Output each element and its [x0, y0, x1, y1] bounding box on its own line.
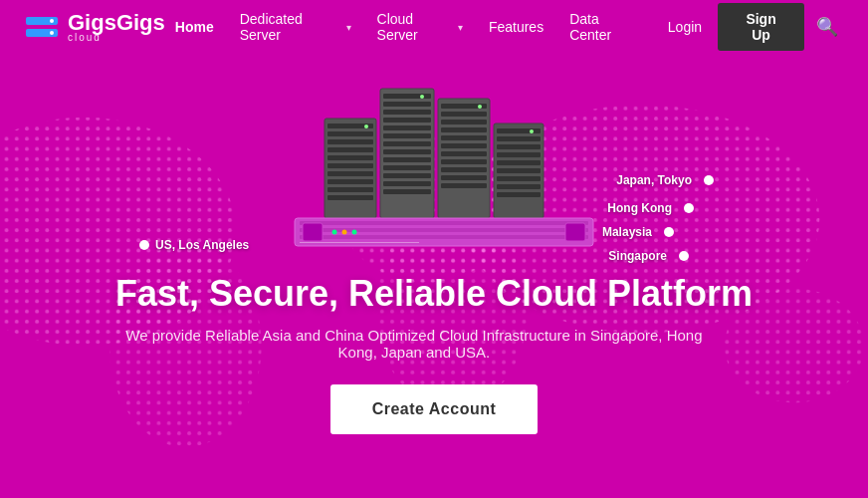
nav-links: Home Dedicated Server ▾ Cloud Server ▾ F… [165, 3, 844, 51]
location-dot-marker [664, 227, 674, 237]
chevron-down-icon: ▾ [458, 22, 463, 33]
hero-title: Fast, Secure, Reliable Cloud Platform [115, 273, 753, 315]
logo-icon [24, 9, 60, 45]
logo-cloud-text: cloud [68, 32, 165, 43]
hero-subtitle: We provide Reliable Asia and China Optim… [115, 327, 713, 361]
location-malaysia: Malaysia [602, 225, 674, 239]
location-dot-marker [679, 251, 689, 261]
hero-section: US, Los Angeles Japan, Tokyo Hong Kong M… [0, 54, 868, 498]
location-malaysia-label: Malaysia [602, 225, 652, 239]
location-japan-label: Japan, Tokyo [616, 173, 692, 187]
location-hk-label: Hong Kong [607, 201, 672, 215]
navbar: GigsGigs cloud Home Dedicated Server ▾ C… [0, 0, 868, 54]
location-dot-marker [684, 203, 694, 213]
location-singapore-label: Singapore [608, 249, 667, 263]
nav-dedicated-server[interactable]: Dedicated Server ▾ [230, 5, 361, 49]
search-icon: 🔍 [816, 17, 838, 37]
nav-cloud-server[interactable]: Cloud Server ▾ [367, 5, 473, 49]
location-hk: Hong Kong [607, 201, 694, 215]
location-singapore: Singapore [608, 249, 689, 263]
signup-button[interactable]: Sign Up [718, 3, 804, 51]
svg-point-2 [50, 19, 54, 23]
nav-login[interactable]: Login [658, 13, 712, 41]
nav-features[interactable]: Features [479, 13, 553, 41]
hero-text: Fast, Secure, Reliable Cloud Platform We… [115, 273, 753, 434]
nav-home[interactable]: Home [165, 13, 224, 41]
location-us: US, Los Angeles [139, 238, 249, 252]
chevron-down-icon: ▾ [346, 22, 351, 33]
location-dot-marker [139, 240, 149, 250]
search-button[interactable]: 🔍 [810, 10, 844, 44]
location-us-label: US, Los Angeles [155, 238, 249, 252]
nav-data-center[interactable]: Data Center [559, 5, 652, 49]
location-dot-marker [704, 175, 714, 185]
create-account-button[interactable]: Create Account [330, 384, 539, 434]
svg-point-3 [50, 31, 54, 35]
logo: GigsGigs cloud [24, 9, 165, 45]
location-japan: Japan, Tokyo [616, 173, 714, 187]
